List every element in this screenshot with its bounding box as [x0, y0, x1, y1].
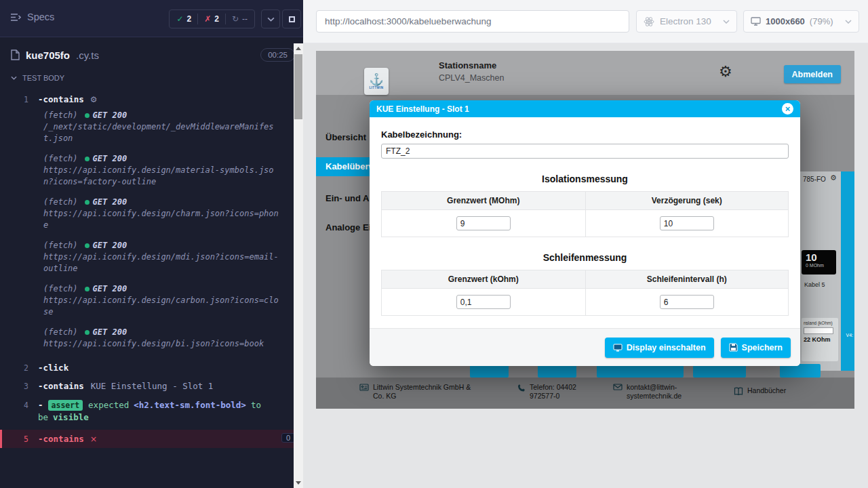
- contact-card-icon: [359, 384, 369, 391]
- isolationsmessung-title: Isolationsmessung: [381, 174, 789, 184]
- x-icon: ✗: [204, 14, 211, 24]
- speichern-button[interactable]: Speichern: [721, 338, 791, 358]
- stop-button[interactable]: [282, 9, 301, 28]
- close-icon[interactable]: ×: [782, 103, 793, 115]
- retry-count-badge: 0: [281, 433, 295, 443]
- browser-selector[interactable]: Electron 130: [636, 10, 737, 33]
- loop-value: 22 KOhm: [804, 336, 836, 343]
- grenzwert-kohm-input[interactable]: [456, 295, 511, 309]
- command-number: 4: [0, 401, 38, 410]
- table-cell: [382, 210, 585, 237]
- logo-text: LITTWIN: [369, 86, 383, 89]
- slot-button-stub[interactable]: [597, 364, 684, 378]
- reporter-scrollbar[interactable]: [294, 43, 303, 488]
- network-log-entry[interactable]: (fetch)GET 200 https://api.iconify.desig…: [43, 240, 282, 274]
- network-log-entry[interactable]: (fetch)GET 200 https://api.iconify.desig…: [43, 153, 282, 188]
- passed-count: 2: [187, 14, 192, 24]
- network-log: (fetch)GET 200 /_next/static/development…: [43, 110, 282, 350]
- command-row-contains-1[interactable]: 1 -contains ⚙: [0, 90, 303, 108]
- cypress-reporter-panel: Specs ✓2 ✗2 ↻-- kue705fo.cy.ts 00:25: [0, 0, 303, 488]
- fail-x-icon: ×: [90, 434, 97, 444]
- footer-manuals-link[interactable]: Handbücher: [734, 386, 829, 395]
- command-row-contains-2[interactable]: 3 -contains KUE Einstellung - Slot 1: [0, 377, 303, 395]
- scrollbar-down-arrow[interactable]: [294, 478, 303, 488]
- schleifenmessung-table: Grenzwert (kOhm) Schleifenintervall (h): [381, 270, 789, 316]
- network-log-entry[interactable]: (fetch)GET 200 https://api.iconify.desig…: [43, 283, 282, 318]
- fetch-tag: (fetch): [43, 284, 78, 293]
- command-number: 2: [0, 363, 38, 373]
- command-row-assert[interactable]: 4 -assertexpected<h2.text-sm.font-bold>t…: [0, 395, 303, 427]
- reporter-header: Specs ✓2 ✗2 ↻--: [0, 0, 303, 37]
- loop-label: nsland (kOhm): [804, 321, 836, 325]
- settings-gear-icon[interactable]: ⚙: [719, 63, 732, 81]
- slot-button-stub[interactable]: [780, 364, 821, 378]
- footer-email: kontakt@littwin-systemtechnik.de: [613, 383, 693, 401]
- status-ok-dot: [85, 330, 90, 335]
- table-cell: [585, 289, 789, 315]
- test-body-section[interactable]: TEST BODY: [0, 70, 303, 85]
- manuals-text: Handbücher: [747, 386, 786, 395]
- slot-button-stub[interactable]: [693, 364, 746, 378]
- grenzwert-mohm-input[interactable]: [456, 216, 511, 230]
- specs-menu-button[interactable]: Specs: [11, 12, 54, 22]
- logout-button[interactable]: Abmelden: [784, 65, 841, 83]
- assert-message: -assertexpected<h2.text-sm.font-bold>to …: [38, 399, 275, 423]
- command-row-click[interactable]: 2 -click: [0, 359, 303, 377]
- scrollbar-thumb[interactable]: [294, 54, 302, 119]
- company-text: Littwin Systemtechnik GmbH & Co. KG: [373, 383, 473, 401]
- slot-button-stub[interactable]: [470, 364, 509, 378]
- browser-label: Electron 130: [660, 16, 711, 26]
- phone-text: Telefon: 04402 972577-0: [530, 383, 593, 401]
- loop-input[interactable]: [804, 327, 833, 334]
- fetch-url: /_next/static/development/_devMiddleware…: [43, 121, 282, 144]
- network-log-entry[interactable]: (fetch)GET 200 https://api.iconify.desig…: [43, 327, 282, 350]
- display-einschalten-button[interactable]: Display einschalten: [605, 338, 714, 358]
- fetch-tag: (fetch): [43, 327, 78, 337]
- kabelbezeichnung-input[interactable]: [381, 144, 789, 159]
- specs-label: Specs: [27, 12, 54, 22]
- assert-text: expected: [88, 400, 129, 410]
- fetch-status: GET 200: [93, 241, 127, 250]
- verzoegerung-input[interactable]: [660, 216, 714, 230]
- slot-card-side-rail: V4:: [841, 171, 854, 371]
- nav-item-analoge[interactable]: Analoge Ei: [326, 222, 371, 232]
- schleifenintervall-input[interactable]: [660, 295, 714, 309]
- slot-card-fragment: V4: 785-FO ⚙ 10 0 MOhm Kabel 5 nsland (k…: [799, 171, 854, 371]
- fetch-status: GET 200: [93, 284, 127, 293]
- nav-item-uebersicht[interactable]: Übersicht: [326, 132, 366, 142]
- test-body-label: TEST BODY: [22, 74, 64, 82]
- station-value: CPLV4_Maschen: [439, 73, 504, 83]
- stat-pending: ↻--: [232, 14, 248, 24]
- divider: [225, 14, 226, 24]
- stop-icon: [289, 16, 295, 22]
- modal-footer: Display einschalten Speichern: [370, 328, 800, 366]
- command-row-failed[interactable]: 5 -contains × 0: [0, 430, 303, 448]
- nav-item-ein-aus[interactable]: Ein- und Au: [326, 193, 374, 203]
- slot-button-stub[interactable]: [538, 364, 576, 378]
- command-name: -contains: [38, 94, 84, 104]
- status-ok-dot: [85, 287, 90, 291]
- fetch-status: GET 200: [93, 197, 127, 207]
- file-icon: [11, 49, 20, 60]
- fetch-tag: (fetch): [43, 154, 78, 163]
- scrollbar-up-arrow[interactable]: [294, 43, 303, 54]
- status-ok-dot: [85, 113, 90, 118]
- kue-settings-modal: KUE Einstellung - Slot 1 × Kabelbezeichn…: [370, 100, 800, 366]
- littwin-logo: ⚓ LITTWIN: [364, 68, 389, 95]
- spec-header[interactable]: kue705fo.cy.ts 00:25: [0, 37, 303, 70]
- app-footer: Littwin Systemtechnik GmbH & Co. KG Tele…: [316, 378, 854, 409]
- viewport-selector[interactable]: 1000x660 (79%): [743, 10, 859, 33]
- network-log-entry[interactable]: (fetch)GET 200 /_next/static/development…: [43, 110, 282, 144]
- screen: Specs ✓2 ✗2 ↻-- kue705fo.cy.ts 00:25: [0, 0, 868, 488]
- col-schleifenintervall: Schleifenintervall (h): [585, 270, 789, 288]
- url-input[interactable]: [316, 10, 629, 33]
- network-log-entry[interactable]: (fetch)GET 200 https://api.iconify.desig…: [43, 197, 282, 231]
- email-text: kontakt@littwin-systemtechnik.de: [627, 383, 693, 401]
- test-stats: ✓2 ✗2 ↻--: [169, 9, 255, 28]
- slot-gear-icon[interactable]: ⚙: [830, 174, 837, 182]
- table-value-row: [382, 289, 788, 315]
- fetch-status: GET 200: [93, 154, 127, 163]
- spec-timer: 00:25: [260, 48, 295, 62]
- envelope-icon: [613, 384, 623, 390]
- collapse-button[interactable]: [261, 9, 280, 28]
